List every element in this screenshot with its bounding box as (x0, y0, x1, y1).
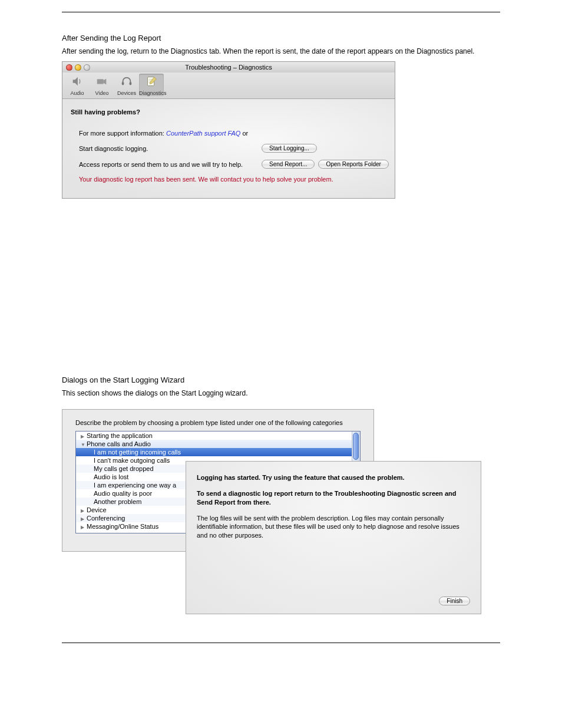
disclosure-right-icon: ▶ (81, 508, 87, 513)
diagnostics-window: Troubleshooting – Diagnostics Audio Vide… (62, 61, 395, 199)
category-phone-audio[interactable]: ▼Phone calls and Audio (76, 440, 360, 448)
support-prefix: For more support information: (79, 130, 166, 137)
finish-button[interactable]: Finish (439, 597, 470, 605)
logging-started-dialog: Logging has started. Try using the featu… (186, 461, 481, 614)
camera-icon (94, 74, 110, 89)
item-no-incoming-calls[interactable]: I am not getting incoming calls (76, 448, 360, 456)
log-files-disclaimer: The log files will be sent with the prob… (197, 514, 470, 541)
tab-video-label: Video (95, 90, 109, 96)
start-logging-button[interactable]: Start Logging... (262, 144, 317, 153)
problem-prompt: Describe the problem by choosing a probl… (75, 419, 361, 426)
section-body-after-sending: After sending the log, return to the Dia… (62, 46, 500, 57)
window-traffic-lights (66, 64, 90, 71)
tab-audio-label: Audio (70, 90, 84, 96)
notepad-icon (144, 74, 159, 89)
category-starting-app[interactable]: ▶Starting the application (76, 431, 360, 440)
category-label: Phone calls and Audio (87, 440, 151, 447)
tab-devices-label: Devices (117, 90, 136, 96)
scrollbar-thumb[interactable] (353, 433, 359, 460)
send-report-button[interactable]: Send Report... (262, 160, 315, 169)
report-sent-confirmation: Your diagnostic log report has been sent… (79, 176, 386, 183)
category-label: Starting the application (87, 432, 153, 439)
close-icon[interactable] (66, 64, 72, 71)
section-body-dialogs: This section shows the dialogs on the St… (62, 388, 500, 398)
disclosure-right-icon: ▶ (81, 525, 87, 530)
tab-audio[interactable]: Audio (65, 74, 90, 96)
tab-devices[interactable]: Devices (114, 74, 139, 96)
zoom-icon[interactable] (84, 64, 90, 71)
section-heading-dialogs: Dialogs on the Start Logging Wizard (62, 375, 500, 384)
category-label: Device (87, 506, 107, 513)
open-reports-folder-button[interactable]: Open Reports Folder (318, 160, 388, 169)
svg-rect-2 (130, 82, 132, 85)
minimize-icon[interactable] (75, 64, 81, 71)
prefs-toolbar: Audio Video Devices Diagnostics (62, 73, 395, 99)
support-line: For more support information: CounterPat… (79, 130, 262, 137)
tab-diagnostics-label: Diagnostics (139, 90, 167, 96)
category-label: Conferencing (87, 515, 125, 522)
disclosure-right-icon: ▶ (81, 516, 87, 522)
support-suffix: or (240, 130, 248, 137)
section-heading-after-sending: After Sending the Log Report (62, 34, 500, 42)
window-title: Troubleshooting – Diagnostics (62, 64, 395, 71)
access-reports-label: Access reports or send them to us and we… (79, 161, 262, 168)
window-titlebar: Troubleshooting – Diagnostics (62, 62, 395, 73)
disclosure-down-icon: ▼ (81, 442, 87, 447)
logging-started-message: Logging has started. Try using the featu… (197, 473, 470, 482)
page-top-rule (62, 12, 500, 12)
headset-icon (119, 74, 134, 89)
tab-diagnostics[interactable]: Diagnostics (139, 74, 164, 96)
diagnostics-heading: Still having problems? (71, 108, 386, 116)
category-label: Messaging/Online Status (87, 523, 158, 530)
support-faq-link[interactable]: CounterPath support FAQ (166, 130, 240, 137)
page-bottom-rule (62, 643, 500, 643)
svg-rect-1 (122, 82, 124, 85)
send-report-instruction: To send a diagnostic log report return t… (197, 489, 470, 507)
svg-rect-0 (97, 79, 104, 84)
start-logging-label: Start diagnostic logging. (79, 145, 262, 152)
tab-video[interactable]: Video (90, 74, 114, 96)
disclosure-right-icon: ▶ (81, 434, 87, 439)
speaker-icon (70, 74, 85, 89)
